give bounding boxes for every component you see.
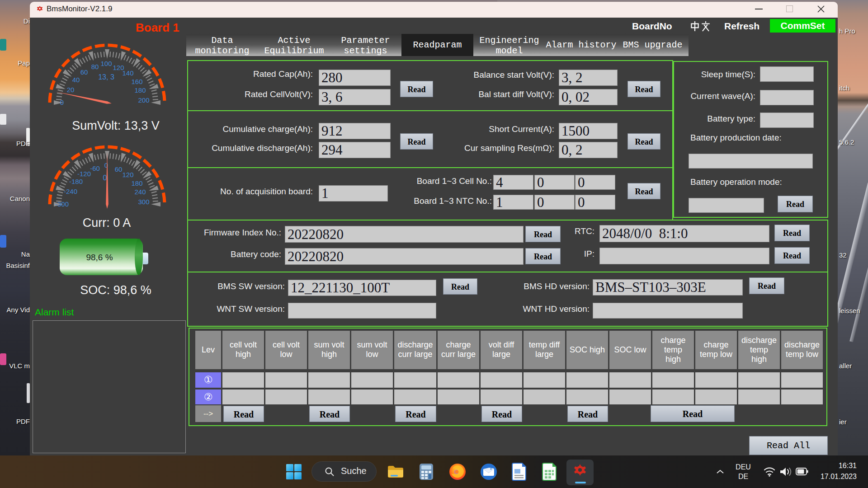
svg-text:-120: -120	[77, 170, 91, 178]
svg-text:0: 0	[104, 161, 108, 169]
svg-text:80: 80	[91, 63, 99, 70]
svg-text:-60: -60	[90, 164, 100, 172]
svg-text:100: 100	[100, 60, 112, 67]
svg-text:60: 60	[80, 68, 88, 76]
svg-text:-300: -300	[55, 200, 69, 208]
svg-text:40: 40	[72, 76, 80, 84]
svg-text:13, 3: 13, 3	[98, 73, 114, 81]
svg-text:60: 60	[115, 165, 123, 173]
svg-text:0: 0	[60, 99, 64, 106]
svg-text:120: 120	[122, 171, 133, 178]
svg-text:-180: -180	[69, 178, 83, 185]
svg-text:20: 20	[67, 86, 75, 94]
svg-text:180: 180	[131, 179, 142, 187]
svg-text:-240: -240	[64, 188, 77, 195]
svg-text:0: 0	[103, 174, 107, 182]
